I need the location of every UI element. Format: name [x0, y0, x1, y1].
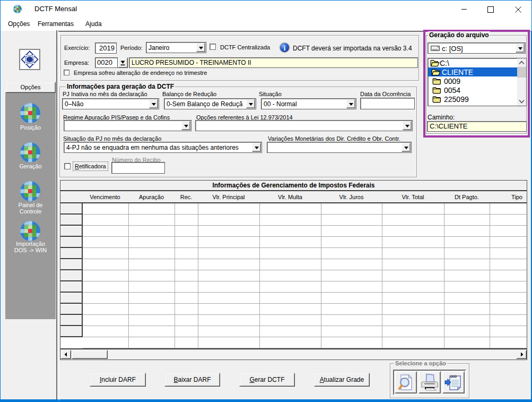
svg-text:i: i	[284, 44, 286, 52]
